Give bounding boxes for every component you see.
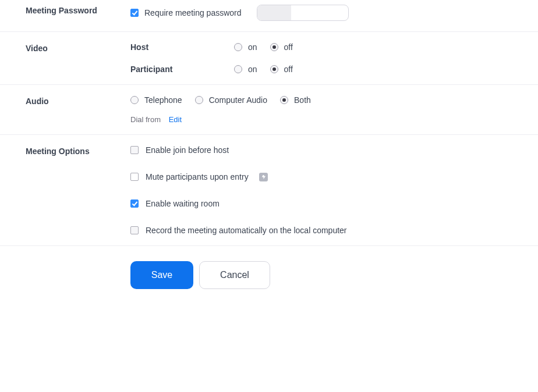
section-video: Video Host on off Participant on [0, 32, 538, 85]
section-audio: Audio Telephone Computer Audio Both Dial… [0, 85, 538, 135]
label-join-before-host: Enable join before host [146, 145, 229, 155]
checkbox-mute-on-entry[interactable] [130, 173, 139, 181]
label-participant-off: off [284, 65, 293, 74]
label-dial-from: Dial from [130, 115, 161, 124]
section-meeting-options: Meeting Options Enable join before host … [0, 135, 538, 245]
label-audio-both: Both [294, 95, 311, 105]
label-waiting-room: Enable waiting room [146, 199, 220, 208]
save-button[interactable]: Save [130, 261, 193, 289]
radio-audio-both[interactable] [280, 96, 288, 104]
checkbox-require-password[interactable] [130, 9, 139, 17]
radio-host-off[interactable] [270, 43, 278, 51]
label-meeting-options: Meeting Options [26, 145, 130, 235]
radio-participant-off[interactable] [270, 65, 278, 73]
label-audio: Audio [26, 95, 130, 124]
label-mute-on-entry: Mute participants upon entry [146, 172, 249, 181]
footer-actions: Save Cancel [0, 246, 538, 304]
input-meeting-password[interactable] [257, 5, 349, 21]
radio-host-on[interactable] [234, 43, 242, 51]
cancel-button[interactable]: Cancel [199, 261, 270, 289]
label-video: Video [26, 42, 130, 74]
label-host-on: on [248, 42, 257, 52]
label-record-auto: Record the meeting automatically on the … [146, 226, 347, 235]
radio-audio-telephone[interactable] [130, 96, 139, 104]
label-participant-on: on [248, 65, 257, 74]
checkbox-record-auto[interactable] [130, 226, 139, 234]
checkbox-join-before-host[interactable] [130, 146, 139, 154]
radio-participant-on[interactable] [234, 65, 242, 73]
label-host-off: off [284, 42, 293, 52]
label-audio-computer: Computer Audio [209, 95, 267, 105]
checkbox-waiting-room[interactable] [130, 199, 139, 208]
section-meeting-password: Meeting Password Require meeting passwor… [0, 0, 538, 32]
label-meeting-password: Meeting Password [26, 5, 130, 21]
label-audio-telephone: Telephone [144, 95, 182, 105]
label-host: Host [130, 42, 234, 52]
label-participant: Participant [130, 65, 234, 74]
label-require-password: Require meeting password [144, 8, 242, 17]
link-edit-dial[interactable]: Edit [169, 115, 182, 124]
info-icon[interactable] [259, 173, 268, 181]
radio-audio-computer[interactable] [195, 96, 203, 104]
